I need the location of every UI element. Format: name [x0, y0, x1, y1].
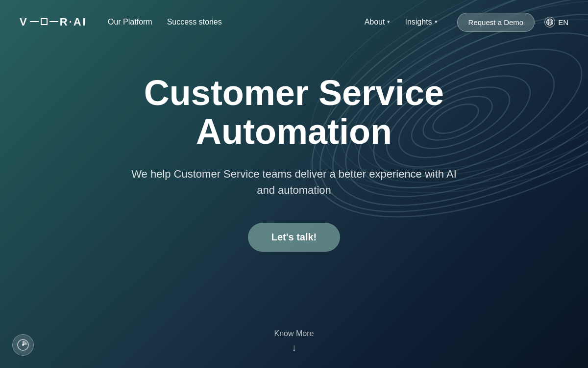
language-label: EN: [558, 18, 568, 26]
hero-title: Customer Service Automation: [74, 74, 514, 151]
logo-text: V R·AI: [20, 16, 87, 28]
navbar: V R·AI Our Platform Success stories Abou…: [0, 0, 588, 44]
logo-dash: [30, 21, 39, 22]
know-more-label: Know More: [274, 329, 314, 338]
bottom-widget-icon[interactable]: [12, 334, 34, 356]
logo-dash-2: [49, 21, 58, 22]
request-demo-button[interactable]: Request a Demo: [457, 13, 535, 32]
logo-letter-r: R·AI: [60, 16, 87, 28]
logo-letter-v: V: [20, 16, 28, 28]
nav-right: Request a Demo EN: [457, 13, 568, 32]
insights-chevron-icon: ▾: [435, 19, 438, 25]
nav-item-insights[interactable]: Insights ▾: [405, 18, 437, 26]
nav-item-about[interactable]: About ▾: [365, 18, 391, 26]
nav-item-success[interactable]: Success stories: [167, 17, 222, 27]
logo[interactable]: V R·AI: [20, 16, 88, 28]
lets-talk-button[interactable]: Let's talk!: [248, 223, 341, 252]
nav-item-platform[interactable]: Our Platform: [108, 17, 152, 27]
down-arrow-icon: ↓: [292, 342, 296, 353]
hero-subtitle: We help Customer Service teams deliver a…: [127, 166, 461, 198]
hero-content: Customer Service Automation We help Cust…: [0, 44, 588, 311]
language-selector[interactable]: EN: [544, 17, 568, 27]
nav-links: Our Platform Success stories About ▾ Ins…: [108, 17, 438, 27]
about-label: About: [365, 18, 385, 26]
about-chevron-icon: ▾: [387, 19, 390, 25]
know-more-section[interactable]: Know More ↓: [274, 329, 314, 353]
logo-square: [41, 18, 48, 25]
globe-icon: [544, 17, 555, 27]
insights-label: Insights: [405, 18, 432, 26]
